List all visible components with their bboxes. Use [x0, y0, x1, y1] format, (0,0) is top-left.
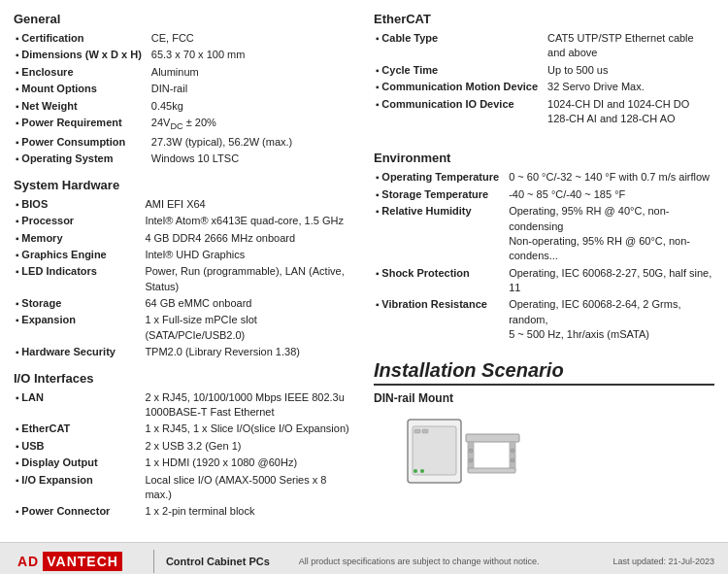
value-usb: 2 x USB 3.2 (Gen 1): [143, 438, 354, 455]
installation-title: Installation Scenario: [374, 359, 714, 382]
footer-date: Last updated: 21-Jul-2023: [612, 557, 714, 566]
value-memory: 4 GB DDR4 2666 MHz onboard: [143, 230, 354, 247]
footer-disclaimer: All product specifications are subject t…: [299, 557, 613, 566]
table-row: Memory 4 GB DDR4 2666 MHz onboard: [14, 230, 354, 247]
value-lan: 2 x RJ45, 10/100/1000 Mbps IEEE 802.3u10…: [143, 389, 354, 422]
table-row: Vibration Resistance Operating, IEC 6006…: [374, 296, 714, 343]
label-expansion: Expansion: [14, 312, 143, 344]
label-storage-temp: Storage Temperature: [374, 186, 507, 203]
value-operating-temp: 0 ~ 60 °C/-32 ~ 140 °F with 0.7 m/s airf…: [507, 169, 714, 186]
table-row: Operating Temperature 0 ~ 60 °C/-32 ~ 14…: [374, 169, 714, 186]
section-ethercat: EtherCAT: [374, 12, 714, 26]
table-row: Processor Intel® Atom® x6413E quad-core,…: [14, 213, 354, 229]
label-power-consumption: Power Consumption: [14, 134, 149, 151]
value-cable-type: CAT5 UTP/STP Ethernet cable and above: [546, 30, 714, 62]
table-row: Hardware Security TPM2.0 (Library Revers…: [14, 344, 354, 360]
value-ethercat-io: 1 x RJ45, 1 x Slice I/O(slice I/O Expans…: [143, 421, 354, 437]
section-io-interfaces: I/O Interfaces: [14, 371, 354, 386]
section-environment: Environment: [374, 151, 714, 165]
label-display: Display Output: [14, 455, 143, 471]
ethercat-table: Cable Type CAT5 UTP/STP Ethernet cable a…: [374, 30, 714, 127]
value-io-expansion: Local slice I/O (AMAX-5000 Series x 8 ma…: [143, 472, 354, 504]
svg-point-4: [414, 469, 417, 473]
logo-adv: AD: [14, 552, 43, 571]
label-led: LED Indicators: [14, 263, 143, 295]
footer-divider: [153, 550, 154, 573]
label-enclosure: Enclosure: [14, 64, 149, 81]
general-table: Certification CE, FCC Dimensions (W x D …: [14, 30, 354, 168]
svg-rect-2: [414, 429, 420, 433]
table-row: Mount Options DIN-rail: [14, 81, 354, 97]
environment-table: Operating Temperature 0 ~ 60 °C/-32 ~ 14…: [374, 169, 714, 343]
left-column: General Certification CE, FCC Dimensions…: [14, 12, 354, 523]
table-row: Relative Humidity Operating, 95% RH @ 40…: [374, 203, 714, 265]
table-row: Graphics Engine Intel® UHD Graphics: [14, 247, 354, 263]
value-storage: 64 GB eMMC onboard: [143, 295, 354, 312]
value-storage-temp: -40 ~ 85 °C/-40 ~ 185 °F: [507, 186, 714, 203]
svg-point-12: [511, 449, 514, 453]
table-row: Communication Motion Device 32 Servo Dri…: [374, 79, 714, 95]
svg-point-10: [469, 449, 473, 453]
table-row: USB 2 x USB 3.2 (Gen 1): [14, 438, 354, 455]
value-hardware-security: TPM2.0 (Library Reversion 1.38): [143, 344, 354, 360]
value-net-weight: 0.45kg: [149, 98, 354, 115]
table-row: Dimensions (W x D x H) 65.3 x 70 x 100 m…: [14, 47, 354, 63]
section-system-hardware: System Hardware: [14, 178, 354, 192]
value-vibration: Operating, IEC 60068-2-64, 2 Grms, rando…: [507, 296, 714, 343]
svg-rect-9: [468, 468, 515, 473]
label-ethercat-io: EtherCAT: [14, 421, 143, 437]
table-row: BIOS AMI EFI X64: [14, 196, 354, 213]
table-row: Enclosure Aluminum: [14, 64, 354, 81]
table-row: Display Output 1 x HDMI (1920 x 1080 @60…: [14, 455, 354, 471]
svg-rect-6: [466, 434, 519, 442]
svg-point-5: [420, 469, 424, 473]
value-bios: AMI EFI X64: [143, 196, 354, 213]
label-cycle-time: Cycle Time: [374, 62, 546, 79]
value-cycle-time: Up to 500 us: [546, 62, 714, 79]
table-row: LED Indicators Power, Run (programmable)…: [14, 263, 354, 295]
label-lan: LAN: [14, 389, 143, 422]
table-row: Storage Temperature -40 ~ 85 °C/-40 ~ 18…: [374, 186, 714, 203]
label-net-weight: Net Weight: [14, 98, 149, 115]
value-enclosure: Aluminum: [149, 64, 354, 81]
table-row: LAN 2 x RJ45, 10/100/1000 Mbps IEEE 802.…: [14, 389, 354, 422]
value-comm-io: 1024-CH DI and 1024-CH DO128-CH AI and 1…: [546, 96, 714, 128]
label-os: Operating System: [14, 151, 149, 167]
value-mount-options: DIN-rail: [149, 81, 354, 97]
table-row: Shock Protection Operating, IEC 60068-2-…: [374, 265, 714, 297]
value-comm-motion: 32 Servo Drive Max.: [546, 79, 714, 95]
value-shock: Operating, IEC 60068-2-27, 50G, half sin…: [507, 265, 714, 297]
label-processor: Processor: [14, 213, 143, 229]
value-certification: CE, FCC: [149, 30, 354, 47]
label-memory: Memory: [14, 230, 143, 247]
table-row: Operating System Windows 10 LTSC: [14, 151, 354, 167]
table-row: I/O Expansion Local slice I/O (AMAX-5000…: [14, 472, 354, 504]
table-row: Expansion 1 x Full-size mPCIe slot (SATA…: [14, 312, 354, 344]
system-hardware-table: BIOS AMI EFI X64 Processor Intel® Atom® …: [14, 196, 354, 361]
label-storage: Storage: [14, 295, 143, 312]
value-power-consumption: 27.3W (typical), 56.2W (max.): [149, 134, 354, 151]
value-processor: Intel® Atom® x6413E quad-core, 1.5 GHz: [143, 213, 354, 229]
dinrail-image: [393, 413, 529, 500]
label-humidity: Relative Humidity: [374, 203, 507, 265]
installation-section: Installation Scenario DIN-rail Mount: [374, 359, 714, 500]
svg-rect-7: [468, 442, 474, 471]
table-row: Cable Type CAT5 UTP/STP Ethernet cable a…: [374, 30, 714, 62]
footer-logo: ADVANTECH: [14, 552, 122, 571]
label-certification: Certification: [14, 30, 149, 47]
logo-tech: VANTECH: [43, 552, 122, 571]
footer-category: Control Cabinet PCs: [166, 556, 270, 567]
table-row: EtherCAT 1 x RJ45, 1 x Slice I/O(slice I…: [14, 421, 354, 437]
label-power-requirement: Power Requirement: [14, 115, 149, 134]
table-row: Power Connector 1 x 2-pin terminal block: [14, 503, 354, 520]
label-mount-options: Mount Options: [14, 81, 149, 97]
dinrail-label: DIN-rail Mount: [374, 391, 714, 405]
section-general: General: [14, 12, 354, 26]
value-dimensions: 65.3 x 70 x 100 mm: [149, 47, 354, 63]
svg-rect-3: [422, 429, 428, 433]
value-power-connector: 1 x 2-pin terminal block: [143, 503, 354, 520]
label-dimensions: Dimensions (W x D x H): [14, 47, 149, 63]
value-led: Power, Run (programmable), LAN (Active, …: [143, 263, 354, 295]
value-power-requirement: 24VDC ± 20%: [149, 115, 354, 134]
value-display: 1 x HDMI (1920 x 1080 @60Hz): [143, 455, 354, 471]
